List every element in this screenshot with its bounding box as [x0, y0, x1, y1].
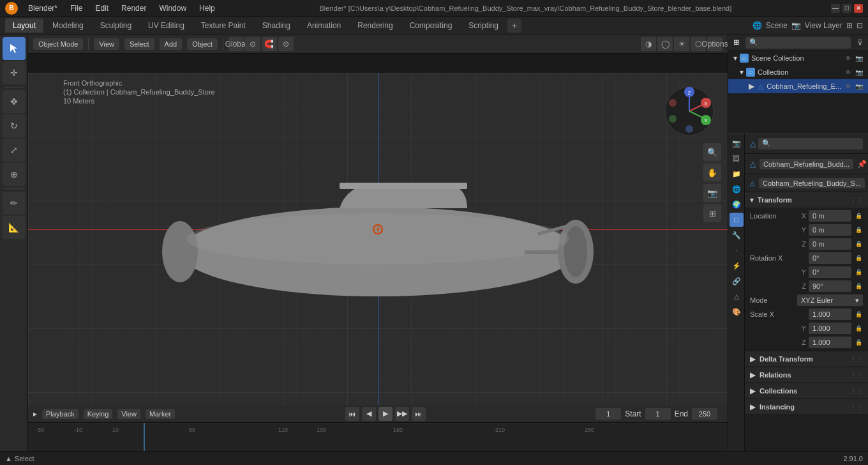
scene-collection-item[interactable]: ▾ □ Scene Collection 👁 📷: [728, 51, 868, 65]
menu-help[interactable]: Help: [194, 3, 220, 14]
rotation-mode-dropdown[interactable]: XYZ Euler ▾: [797, 294, 863, 306]
rotation-x-field[interactable]: 0°: [809, 252, 851, 264]
viewport-shading-material[interactable]: ◯: [657, 37, 673, 51]
tab-compositing[interactable]: Compositing: [402, 19, 460, 33]
marker-menu[interactable]: Marker: [146, 409, 175, 419]
collections-section-menu[interactable]: ⋮⋮: [850, 388, 863, 395]
select-tool-button[interactable]: [3, 37, 26, 60]
scale-tool-button[interactable]: ⤢: [3, 139, 26, 162]
object-data-name-field[interactable]: Cobham_Refueling_Buddy_S...: [759, 178, 865, 188]
close-button[interactable]: ✕: [854, 4, 863, 13]
scale-z-lock[interactable]: 🔒: [854, 338, 863, 347]
prev-frame-button[interactable]: ◀: [362, 407, 376, 421]
cursor-tool-button[interactable]: ✛: [3, 61, 26, 84]
scale-x-lock[interactable]: 🔒: [854, 310, 863, 319]
material-props-button[interactable]: 🎨: [730, 305, 744, 319]
mesh-object-item[interactable]: ▶ △ Cobham_Refueling_E... 👁 📷: [728, 79, 868, 93]
render-icon-mesh[interactable]: 📷: [855, 83, 863, 90]
object-name-field[interactable]: Cobham_Refueling_Budd...: [760, 159, 853, 169]
object-mode-dropdown[interactable]: Object Mode: [33, 38, 83, 50]
world-props-button[interactable]: 🌍: [730, 197, 744, 211]
menu-file[interactable]: File: [65, 3, 87, 14]
transform-section-header[interactable]: ▾ Transform ⋮⋮: [745, 192, 868, 208]
visibility-icon-mesh[interactable]: 👁: [845, 83, 851, 90]
rotation-z-field[interactable]: 90°: [809, 280, 851, 292]
scene-props-button[interactable]: 🌐: [730, 182, 744, 196]
outliner-search[interactable]: 🔍: [745, 37, 851, 49]
tab-uvediting[interactable]: UV Editing: [140, 19, 192, 33]
transform-section-menu[interactable]: ⋮⋮: [850, 197, 863, 204]
annotate-tool-button[interactable]: ✏: [3, 192, 26, 215]
menu-window[interactable]: Window: [154, 3, 191, 14]
scale-y-lock[interactable]: 🔒: [854, 324, 863, 333]
particles-props-button[interactable]: ·: [730, 243, 744, 257]
blender-logo[interactable]: B: [5, 2, 18, 15]
jump-start-button[interactable]: ⏮: [345, 407, 359, 421]
filter-icon[interactable]: ⊽: [857, 38, 863, 47]
move-tool-button[interactable]: ✥: [3, 90, 26, 113]
select-menu[interactable]: Select: [124, 38, 154, 50]
measure-tool-button[interactable]: 📐: [3, 216, 26, 239]
location-x-lock[interactable]: 🔒: [854, 211, 863, 220]
rotate-tool-button[interactable]: ↻: [3, 114, 26, 137]
render-icon-collection[interactable]: 📷: [855, 69, 863, 76]
add-workspace-button[interactable]: +: [507, 19, 521, 33]
tab-layout[interactable]: Layout: [5, 19, 43, 33]
global-dropdown[interactable]: Global: [228, 37, 244, 51]
relations-section-menu[interactable]: ⋮⋮: [850, 372, 863, 379]
playback-menu[interactable]: Playback: [42, 409, 79, 419]
tab-sculpting[interactable]: Sculpting: [93, 19, 139, 33]
viewport-shading-solid[interactable]: ◑: [641, 37, 656, 51]
visibility-icon-collection[interactable]: 👁: [845, 69, 851, 76]
location-y-lock[interactable]: 🔒: [854, 225, 863, 234]
grid-button[interactable]: ⊞: [703, 204, 721, 222]
pivot-button[interactable]: ⊙: [245, 37, 260, 51]
rotation-z-lock[interactable]: 🔒: [854, 282, 863, 291]
scale-z-field[interactable]: 1.000: [809, 337, 851, 348]
proportional-button[interactable]: ⊙: [278, 37, 294, 51]
tab-shading[interactable]: Shading: [255, 19, 298, 33]
instancing-section-menu[interactable]: ⋮⋮: [850, 404, 863, 411]
current-frame-input[interactable]: 1: [595, 408, 621, 420]
view-layer-props-button[interactable]: 📁: [730, 167, 744, 181]
jump-end-button[interactable]: ⏭: [412, 407, 426, 421]
location-x-field[interactable]: 0 m: [809, 210, 851, 222]
properties-search[interactable]: 🔍: [758, 138, 863, 149]
options-dropdown[interactable]: Options: [707, 37, 722, 51]
camera-button[interactable]: 📷: [703, 184, 721, 202]
object-props-button[interactable]: □: [730, 213, 744, 227]
snap-button[interactable]: 🧲: [262, 37, 277, 51]
viewport-canvas[interactable]: Front Orthographic (1) Collection | Cobh…: [28, 54, 728, 405]
delta-section-menu[interactable]: ⋮⋮: [850, 356, 863, 363]
scene-label[interactable]: Scene: [766, 21, 788, 30]
instancing-header[interactable]: ▶ Instancing ⋮⋮: [745, 399, 868, 415]
pan-button[interactable]: ✋: [703, 164, 721, 181]
collection-item[interactable]: ▾ □ Collection 👁 📷: [728, 65, 868, 79]
end-frame-input[interactable]: 250: [692, 408, 717, 420]
output-props-button[interactable]: 🖼: [730, 151, 744, 165]
modifier-props-button[interactable]: 🔧: [730, 228, 744, 242]
render-props-button[interactable]: 📷: [730, 136, 744, 150]
rotation-x-lock[interactable]: 🔒: [854, 254, 863, 263]
add-menu[interactable]: Add: [160, 38, 183, 50]
location-z-lock[interactable]: 🔒: [854, 240, 863, 248]
location-z-field[interactable]: 0 m: [809, 238, 851, 250]
viewport-gizmo[interactable]: Z X Y: [664, 86, 715, 137]
keying-menu[interactable]: Keying: [84, 409, 113, 419]
tab-texturepaint[interactable]: Texture Paint: [193, 19, 253, 33]
maximize-button[interactable]: □: [842, 4, 851, 13]
collections-header[interactable]: ▶ Collections ⋮⋮: [745, 383, 868, 399]
rotation-y-field[interactable]: 0°: [809, 266, 851, 278]
pin-icon[interactable]: 📌: [857, 160, 867, 169]
location-y-field[interactable]: 0 m: [809, 224, 851, 236]
physics-props-button[interactable]: ⚡: [730, 259, 744, 273]
tab-animation[interactable]: Animation: [299, 19, 348, 33]
tab-modeling[interactable]: Modeling: [45, 19, 91, 33]
start-frame-input[interactable]: 1: [645, 408, 671, 420]
rotation-y-lock[interactable]: 🔒: [854, 268, 863, 277]
relations-header[interactable]: ▶ Relations ⋮⋮: [745, 367, 868, 383]
tab-scripting[interactable]: Scripting: [461, 19, 506, 33]
menu-render[interactable]: Render: [116, 3, 151, 14]
menu-blender[interactable]: Blender*: [23, 3, 63, 14]
constraints-props-button[interactable]: 🔗: [730, 274, 744, 288]
